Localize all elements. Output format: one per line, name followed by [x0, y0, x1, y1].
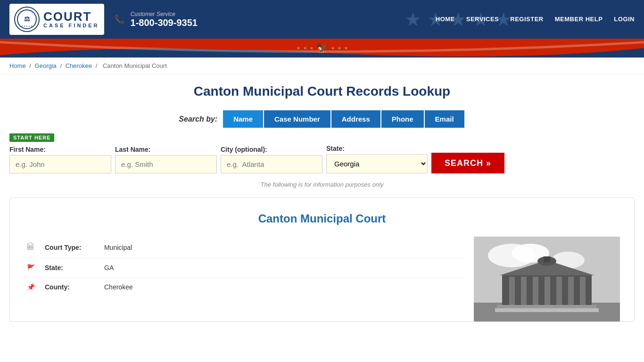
last-name-input[interactable] — [115, 155, 217, 173]
court-card: Canton Municipal Court 🏛 Court Type: Mun… — [9, 197, 635, 322]
nav-home[interactable]: HOME — [436, 16, 455, 23]
star-right-1: ★ — [331, 46, 335, 50]
tab-case-number[interactable]: Case Number — [264, 110, 330, 128]
court-type-value: Municipal — [104, 244, 132, 251]
cs-label: Customer Service — [131, 11, 198, 17]
city-input[interactable] — [221, 155, 322, 173]
search-button[interactable]: SEARCH » — [431, 153, 504, 173]
breadcrumb-county[interactable]: Cherokee — [66, 62, 92, 69]
svg-text:⚖: ⚖ — [24, 15, 30, 23]
last-name-label: Last Name: — [115, 146, 217, 153]
star-left-2: ★ — [303, 46, 307, 50]
first-name-input[interactable] — [9, 155, 111, 173]
city-group: City (optional): — [221, 146, 322, 173]
svg-rect-15 — [580, 277, 586, 305]
svg-rect-10 — [521, 277, 527, 305]
breadcrumb-sep-1: / — [29, 62, 31, 69]
state-icon: 🚩 — [24, 264, 37, 272]
logo-seal-svg: ⚖ ★ ★ ★ ★ ★ — [17, 9, 37, 30]
last-name-group: Last Name: — [115, 146, 217, 173]
court-type-row: 🏛 Court Type: Municipal — [24, 237, 464, 258]
nav-register[interactable]: REGISTER — [510, 16, 543, 23]
star-left-1: ★ — [297, 46, 300, 50]
state-info-value: GA — [104, 264, 114, 272]
nav-member-help[interactable]: MEMBER HELP — [555, 16, 603, 23]
state-group: State: Georgia — [326, 145, 428, 173]
search-by-label: Search by: — [179, 115, 217, 123]
breadcrumb-court: Canton Municipal Court — [103, 62, 167, 69]
logo-container: ⚖ ★ ★ ★ ★ ★ COURT CASE FINDER — [9, 4, 104, 35]
svg-rect-13 — [556, 277, 562, 305]
county-icon: 📌 — [24, 283, 37, 291]
info-note: The following is for information purpose… — [9, 181, 635, 188]
breadcrumb-sep-3: / — [96, 62, 99, 69]
svg-text:★ ★ ★ ★ ★: ★ ★ ★ ★ ★ — [21, 25, 33, 27]
logo-text: COURT CASE FINDER — [43, 10, 99, 28]
state-info-label: State: — [45, 264, 97, 272]
svg-rect-11 — [533, 277, 538, 305]
logo-court-text: COURT — [43, 10, 91, 23]
logo-case-finder-text: CASE FINDER — [43, 23, 99, 28]
svg-rect-9 — [509, 277, 515, 305]
county-row: 📌 County: Cherokee — [24, 278, 464, 296]
county-info-value: Cherokee — [104, 283, 133, 291]
customer-service: 📞 Customer Service 1-800-309-9351 — [112, 11, 198, 28]
state-row: 🚩 State: GA — [24, 258, 464, 278]
star-left-3: ★ — [310, 46, 314, 50]
cs-phone: 1-800-309-9351 — [131, 17, 198, 28]
star-right-3: ★ — [344, 46, 348, 50]
court-type-icon: 🏛 — [24, 242, 37, 252]
nav-services[interactable]: SERVICES — [466, 16, 499, 23]
court-details: 🏛 Court Type: Municipal 🚩 State: GA 📌 Co… — [24, 237, 464, 321]
court-card-body: 🏛 Court Type: Municipal 🚩 State: GA 📌 Co… — [24, 237, 620, 321]
svg-rect-17 — [497, 305, 596, 309]
court-building-svg — [474, 237, 620, 321]
eagle-icon: 🦅 — [316, 42, 328, 54]
tab-address[interactable]: Address — [331, 110, 380, 128]
header-left: ⚖ ★ ★ ★ ★ ★ COURT CASE FINDER 📞 Customer… — [9, 4, 198, 35]
court-card-title: Canton Municipal Court — [24, 212, 620, 225]
main-nav: HOME SERVICES REGISTER MEMBER HELP LOGIN — [436, 16, 635, 23]
svg-rect-18 — [495, 308, 599, 312]
city-label: City (optional): — [221, 146, 322, 153]
court-image — [474, 237, 620, 321]
tab-name[interactable]: Name — [223, 110, 263, 128]
breadcrumb-sep-2: / — [60, 62, 62, 69]
svg-rect-14 — [568, 277, 574, 305]
star-bg-1: ★ — [405, 8, 421, 30]
page-title: Canton Municipal Court Records Lookup — [9, 84, 635, 99]
cs-text: Customer Service 1-800-309-9351 — [131, 11, 198, 28]
search-form: First Name: Last Name: City (optional): … — [9, 145, 635, 173]
cs-phone-icon: 📞 — [112, 12, 127, 27]
nav-login[interactable]: LOGIN — [614, 16, 635, 23]
first-name-group: First Name: — [9, 146, 111, 173]
tab-phone[interactable]: Phone — [381, 110, 424, 128]
state-select[interactable]: Georgia — [326, 154, 428, 173]
banner-wave: ★ ★ ★ 🦅 ★ ★ ★ — [0, 39, 644, 58]
tab-email[interactable]: Email — [425, 110, 464, 128]
start-here-badge: START HERE — [9, 133, 54, 142]
main-content: Canton Municipal Court Records Lookup Se… — [0, 74, 644, 331]
court-type-label: Court Type: — [45, 244, 97, 251]
first-name-label: First Name: — [9, 146, 111, 153]
logo-seal: ⚖ ★ ★ ★ ★ ★ — [14, 7, 40, 32]
eagle-row: ★ ★ ★ 🦅 ★ ★ ★ — [297, 42, 348, 54]
header: ★ ★ ★ ★ ★ ⚖ ★ ★ ★ ★ ★ COURT CASE FINDER … — [0, 0, 644, 39]
svg-rect-20 — [544, 256, 550, 262]
star-right-2: ★ — [338, 46, 341, 50]
breadcrumb-home[interactable]: Home — [9, 62, 26, 69]
county-info-label: County: — [45, 283, 97, 291]
svg-rect-12 — [545, 277, 550, 305]
search-by-row: Search by: Name Case Number Address Phon… — [9, 110, 635, 128]
breadcrumb-state[interactable]: Georgia — [35, 62, 57, 69]
state-label: State: — [326, 145, 428, 152]
search-section: Search by: Name Case Number Address Phon… — [9, 110, 635, 173]
